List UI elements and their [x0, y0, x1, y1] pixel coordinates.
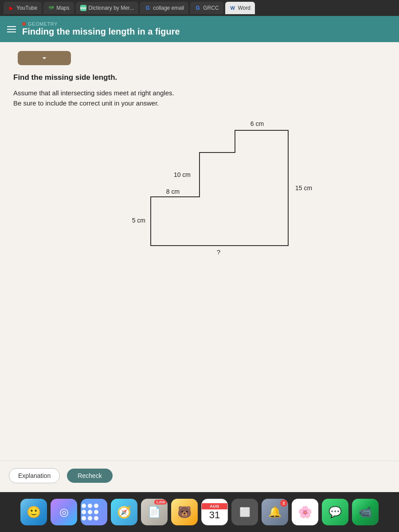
- dock-calendar[interactable]: AUG 31: [201, 499, 228, 525]
- svg-point-5: [94, 510, 98, 514]
- tab-youtube-label: YouTube: [16, 5, 37, 11]
- svg-point-7: [88, 516, 92, 520]
- geometry-figure: 6 cm 15 cm 10 cm 8 cm 5 cm ?: [84, 117, 315, 277]
- youtube-icon: ▶: [8, 5, 14, 11]
- recheck-button[interactable]: Recheck: [67, 469, 112, 483]
- chevron-down-icon: [40, 54, 49, 63]
- svg-point-2: [94, 504, 98, 508]
- dropdown-button[interactable]: [18, 51, 71, 65]
- dock-music[interactable]: 🔔 2: [262, 499, 288, 525]
- explanation-button[interactable]: Explanation: [9, 468, 60, 483]
- subject-dot: [22, 22, 26, 26]
- subject-label: GEOMETRY: [28, 21, 58, 27]
- tab-maps[interactable]: 🗺 Maps: [43, 2, 74, 14]
- notes-icon: 📄: [148, 506, 161, 518]
- label-6cm: 6 cm: [250, 120, 264, 127]
- browser-tab-bar: ▶ YouTube 🗺 Maps MW Dictionary by Mer...…: [0, 0, 399, 16]
- messages-icon: 💬: [329, 506, 342, 518]
- app-header: GEOMETRY Finding the missing length in a…: [0, 16, 399, 42]
- dock: 🙂 ◎ 🧭 📄 1,216 🐻 AUG 31 ⬜ 🔔 2 🌸 💬: [0, 492, 399, 532]
- safari-icon: 🧭: [117, 505, 131, 519]
- svg-point-4: [88, 510, 92, 514]
- header-text: GEOMETRY Finding the missing length in a…: [22, 21, 180, 37]
- music-icon: 🔔: [268, 506, 282, 518]
- word-icon: W: [230, 5, 236, 11]
- svg-point-1: [88, 504, 92, 508]
- dock-contacts[interactable]: 🐻: [171, 499, 198, 525]
- dock-notes[interactable]: 📄 1,216: [141, 499, 168, 525]
- tab-word-label: Word: [238, 5, 250, 11]
- problem-section: Find the missing side length. Assume tha…: [0, 65, 399, 113]
- tab-grcc[interactable]: G GRCC: [190, 2, 223, 14]
- tab-collage-email[interactable]: G collage email: [140, 2, 188, 14]
- facetime-icon: 📹: [359, 506, 372, 518]
- header-title: Finding the missing length in a figure: [22, 27, 180, 37]
- tab-youtube[interactable]: ▶ YouTube: [4, 2, 42, 14]
- label-15cm: 15 cm: [295, 184, 312, 192]
- music-badge: 2: [280, 500, 287, 507]
- header-subject: GEOMETRY: [22, 21, 180, 27]
- label-10cm: 10 cm: [174, 171, 191, 178]
- finder-icon: 🙂: [27, 505, 41, 519]
- dock-siri[interactable]: ◎: [51, 499, 77, 525]
- blank-icon: ⬜: [239, 507, 250, 517]
- dock-finder[interactable]: 🙂: [20, 499, 47, 525]
- google-icon-1: G: [145, 5, 151, 11]
- problem-title: Find the missing side length.: [13, 73, 386, 82]
- notes-badge: 1,216: [154, 500, 167, 505]
- tab-maps-label: Maps: [56, 5, 69, 11]
- siri-icon: ◎: [59, 506, 69, 518]
- tab-grcc-label: GRCC: [203, 5, 219, 11]
- dock-photos[interactable]: 🌸: [292, 499, 318, 525]
- instruction-line-2: Be sure to include the correct unit in y…: [13, 99, 159, 107]
- hamburger-line-2: [7, 29, 16, 30]
- dock-launchpad[interactable]: [81, 499, 107, 525]
- tab-dictionary[interactable]: MW Dictionary by Mer...: [76, 2, 139, 14]
- label-8cm: 8 cm: [166, 188, 180, 195]
- bottom-buttons: Explanation Recheck: [0, 461, 399, 492]
- problem-instructions: Assume that all intersecting sides meet …: [13, 88, 386, 108]
- dict-icon: MW: [80, 5, 86, 11]
- tab-word[interactable]: W Word: [225, 2, 255, 14]
- label-unknown: ?: [217, 248, 220, 256]
- content-area: Find the missing side length. Assume tha…: [0, 42, 399, 492]
- hamburger-line-3: [7, 31, 16, 32]
- hamburger-menu[interactable]: [7, 26, 16, 32]
- launchpad-icon: [81, 503, 107, 521]
- calendar-month: AUG: [202, 503, 227, 509]
- dock-blank[interactable]: ⬜: [231, 499, 258, 525]
- tab-dict-label: Dictionary by Mer...: [89, 5, 134, 11]
- label-5cm: 5 cm: [132, 217, 145, 224]
- calendar-day: 31: [209, 509, 220, 521]
- dock-messages[interactable]: 💬: [322, 499, 348, 525]
- hamburger-line-1: [7, 26, 16, 27]
- browser-content: GEOMETRY Finding the missing length in a…: [0, 16, 399, 492]
- figure-area: 6 cm 15 cm 10 cm 8 cm 5 cm ?: [0, 113, 399, 461]
- contacts-icon: 🐻: [177, 505, 192, 519]
- tab-collage-label: collage email: [153, 5, 184, 11]
- svg-point-6: [82, 516, 86, 520]
- photos-icon: 🌸: [298, 505, 312, 519]
- dock-facetime[interactable]: 📹: [352, 499, 379, 525]
- svg-point-3: [82, 510, 86, 514]
- dock-safari[interactable]: 🧭: [111, 499, 137, 525]
- maps-icon: 🗺: [48, 5, 54, 11]
- instruction-line-1: Assume that all intersecting sides meet …: [13, 89, 174, 97]
- svg-point-8: [94, 516, 98, 520]
- svg-point-0: [82, 504, 86, 508]
- google-icon-2: G: [195, 5, 201, 11]
